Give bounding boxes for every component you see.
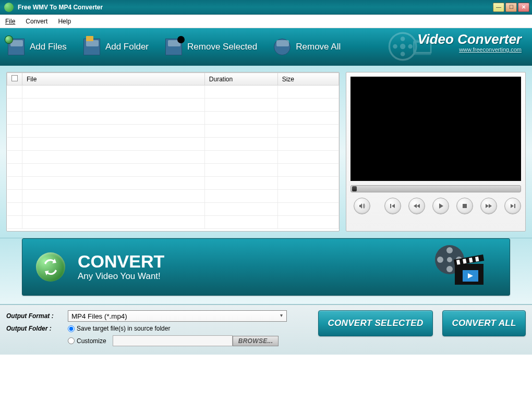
skip-forward-button[interactable] <box>504 198 521 214</box>
svg-point-4 <box>393 44 397 49</box>
menubar: File Convert Help <box>0 15 532 28</box>
skip-back-icon <box>390 203 396 209</box>
select-all-header[interactable] <box>7 73 22 86</box>
skip-back-button[interactable] <box>384 198 401 214</box>
add-files-button[interactable]: Add Files <box>8 39 67 55</box>
volume-icon <box>358 202 366 210</box>
svg-rect-11 <box>514 204 515 208</box>
banner-subtitle: Any Video You Want! <box>78 271 164 282</box>
table-row <box>7 164 339 177</box>
banner-text: CONVERT Any Video You Want! <box>78 252 164 282</box>
fast-forward-button[interactable] <box>480 198 497 214</box>
titlebar: Free WMV To MP4 Converter — ☐ ✕ <box>0 0 532 15</box>
col-duration[interactable]: Duration <box>204 73 277 86</box>
output-format-label: Output Format : <box>6 312 68 320</box>
player-controls <box>350 198 521 214</box>
svg-point-15 <box>446 266 453 272</box>
table-row <box>7 99 339 112</box>
window-title: Free WMV To MP4 Converter <box>18 4 493 11</box>
filelist-header-row: File Duration Size <box>7 73 339 86</box>
svg-rect-10 <box>463 204 467 208</box>
remove-selected-button[interactable]: Remove Selected <box>165 39 257 55</box>
save-source-radio[interactable] <box>68 325 75 332</box>
menu-help[interactable]: Help <box>58 18 71 25</box>
banner-title: CONVERT <box>78 252 164 270</box>
output-format-select[interactable]: MP4 Files (*.mp4) <box>68 310 287 322</box>
play-button[interactable] <box>432 198 449 214</box>
play-icon <box>438 203 444 209</box>
table-row <box>7 112 339 125</box>
clapper-decor <box>431 243 489 291</box>
skip-forward-icon <box>510 203 516 209</box>
svg-rect-9 <box>390 204 391 208</box>
convert-banner[interactable]: CONVERT Any Video You Want! <box>22 238 510 296</box>
add-folder-button[interactable]: Add Folder <box>83 39 149 55</box>
customize-path-input[interactable] <box>113 335 233 346</box>
content-area: File Duration Size <box>0 66 532 238</box>
output-settings: Output Format : MP4 Files (*.mp4) Output… <box>6 310 309 349</box>
maximize-button[interactable]: ☐ <box>505 3 517 12</box>
table-row <box>7 177 339 190</box>
output-folder-label: Output Folder : <box>6 325 68 332</box>
menu-convert[interactable]: Convert <box>26 18 47 25</box>
remove-all-label: Remove All <box>296 42 341 52</box>
col-size[interactable]: Size <box>277 73 338 86</box>
brand-block: Video Converter www.freeconverting.com <box>417 31 522 53</box>
banner-row: CONVERT Any Video You Want! <box>0 238 532 305</box>
svg-point-13 <box>447 257 452 262</box>
seek-bar[interactable] <box>350 185 521 192</box>
table-row <box>7 138 339 151</box>
convert-all-button[interactable]: CONVERT ALL <box>442 310 526 336</box>
window-controls: — ☐ ✕ <box>493 3 529 12</box>
table-row <box>7 190 339 203</box>
rewind-button[interactable] <box>408 198 425 214</box>
select-all-checkbox[interactable] <box>11 75 18 81</box>
add-files-label: Add Files <box>30 42 67 52</box>
stop-icon <box>462 203 468 209</box>
browse-button[interactable]: BROWSE... <box>233 336 279 346</box>
save-source-label: Save target file(s) in source folder <box>77 325 170 332</box>
stop-button[interactable] <box>456 198 473 214</box>
brand-title: Video Converter <box>417 31 522 47</box>
add-folder-label: Add Folder <box>105 42 149 52</box>
toolbar: Add Files Add Folder Remove Selected Rem… <box>0 28 532 66</box>
file-list[interactable]: File Duration Size <box>6 72 340 232</box>
remove-selected-icon <box>165 39 182 55</box>
svg-point-1 <box>400 44 405 49</box>
svg-point-2 <box>401 37 405 41</box>
customize-radio[interactable] <box>68 337 75 344</box>
table-row <box>7 203 339 216</box>
fast-forward-icon <box>485 203 492 209</box>
col-file[interactable]: File <box>22 73 205 86</box>
preview-panel <box>346 72 526 232</box>
rewind-icon <box>413 203 420 209</box>
bottom-bar: Output Format : MP4 Files (*.mp4) Output… <box>0 305 532 355</box>
preview-screen[interactable] <box>350 77 521 181</box>
remove-all-button[interactable]: Remove All <box>274 39 341 55</box>
menu-file[interactable]: File <box>5 18 15 25</box>
svg-point-16 <box>437 257 443 263</box>
customize-label: Customize <box>77 337 106 345</box>
add-folder-icon <box>83 39 100 55</box>
table-row <box>7 216 339 229</box>
remove-selected-label: Remove Selected <box>187 42 257 52</box>
app-icon <box>4 3 14 12</box>
svg-rect-8 <box>414 53 431 55</box>
remove-all-icon <box>274 39 291 55</box>
table-row <box>7 125 339 138</box>
convert-selected-button[interactable]: CONVERT SELECTED <box>318 310 433 336</box>
minimize-button[interactable]: — <box>493 3 504 12</box>
table-row <box>7 86 339 99</box>
svg-point-14 <box>446 247 453 253</box>
volume-button[interactable] <box>354 198 370 214</box>
close-button[interactable]: ✕ <box>518 3 529 12</box>
table-row <box>7 151 339 164</box>
svg-point-5 <box>408 44 413 49</box>
convert-icon <box>36 252 65 282</box>
svg-point-3 <box>401 52 405 56</box>
add-files-icon <box>8 39 25 55</box>
